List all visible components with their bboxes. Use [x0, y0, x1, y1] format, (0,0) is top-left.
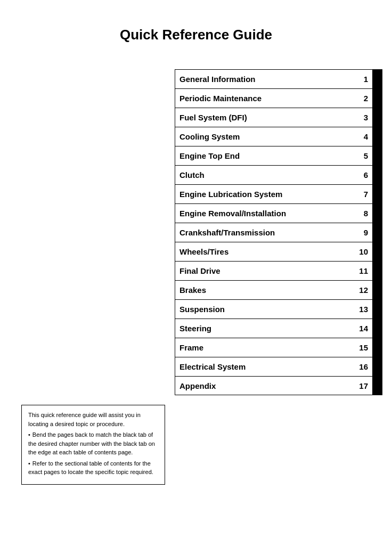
toc-row[interactable]: Engine Removal/Installation8: [175, 203, 382, 223]
toc-row[interactable]: Crankshaft/Transmission9: [175, 223, 382, 242]
toc-row[interactable]: Engine Top End5: [175, 146, 382, 165]
toc-tab: [372, 300, 382, 319]
toc-tab: [372, 319, 382, 338]
toc-row[interactable]: Steering14: [175, 319, 382, 338]
info-bullet-2: Refer to the sectional table of contents…: [28, 459, 158, 477]
toc-row[interactable]: General Information1: [175, 69, 382, 88]
toc-label: Fuel System (DFI): [175, 113, 356, 122]
toc-tab: [372, 338, 382, 357]
toc-number: 8: [356, 209, 372, 218]
toc-container: General Information1Periodic Maintenance…: [175, 69, 382, 395]
toc-number: 15: [356, 343, 372, 352]
info-box: This quick reference guide will assist y…: [21, 405, 165, 485]
toc-number: 16: [356, 362, 372, 371]
toc-number: 1: [356, 75, 372, 84]
toc-row[interactable]: Engine Lubrication System7: [175, 184, 382, 203]
toc-label: Clutch: [175, 170, 356, 179]
toc-row[interactable]: Cooling System4: [175, 127, 382, 146]
toc-tab: [372, 108, 382, 127]
toc-label: Engine Lubrication System: [175, 190, 356, 199]
toc-number: 13: [356, 305, 372, 314]
toc-tab: [372, 242, 382, 262]
info-intro: This quick reference guide will assist y…: [28, 411, 158, 428]
toc-label: Cooling System: [175, 132, 356, 141]
toc-label: Periodic Maintenance: [175, 94, 356, 103]
toc-row[interactable]: Frame15: [175, 338, 382, 357]
toc-label: Engine Top End: [175, 151, 356, 160]
toc-number: 17: [356, 381, 372, 390]
toc-number: 6: [356, 170, 372, 179]
toc-label: Brakes: [175, 285, 356, 295]
toc-tab: [372, 262, 382, 281]
toc-label: Frame: [175, 343, 356, 352]
toc-row[interactable]: Final Drive11: [175, 261, 382, 280]
toc-row[interactable]: Electrical System16: [175, 357, 382, 376]
toc-number: 14: [356, 324, 372, 333]
toc-label: Crankshaft/Transmission: [175, 228, 356, 237]
toc-row[interactable]: Brakes12: [175, 280, 382, 299]
toc-number: 5: [356, 151, 372, 160]
toc-tab: [372, 281, 382, 300]
toc-row[interactable]: Clutch6: [175, 165, 382, 184]
toc-number: 3: [356, 113, 372, 122]
toc-label: Wheels/Tires: [175, 247, 356, 256]
toc-tab: [372, 89, 382, 108]
toc-row[interactable]: Appendix17: [175, 376, 382, 395]
toc-label: Engine Removal/Installation: [175, 209, 356, 218]
toc-label: Suspension: [175, 305, 356, 314]
page-title: Quick Reference Guide: [0, 0, 392, 64]
toc-number: 9: [356, 228, 372, 237]
toc-label: Electrical System: [175, 362, 356, 371]
toc-label: Final Drive: [175, 266, 356, 275]
toc-number: 4: [356, 132, 372, 141]
toc-tab: [372, 376, 382, 395]
toc-tab: [372, 357, 382, 377]
toc-label: Appendix: [175, 381, 356, 390]
toc-tab: [372, 70, 382, 89]
toc-tab: [372, 223, 382, 242]
toc-row[interactable]: Wheels/Tires10: [175, 242, 382, 261]
toc-tab: [372, 166, 382, 185]
toc-row[interactable]: Periodic Maintenance2: [175, 88, 382, 108]
toc-label: Steering: [175, 324, 356, 333]
info-bullet-1: Bend the pages back to match the black t…: [28, 430, 158, 457]
toc-tab: [372, 185, 382, 204]
toc-row[interactable]: Suspension13: [175, 299, 382, 319]
toc-number: 12: [356, 285, 372, 295]
toc-label: General Information: [175, 75, 356, 84]
toc-number: 2: [356, 94, 372, 103]
toc-row[interactable]: Fuel System (DFI)3: [175, 108, 382, 127]
toc-number: 7: [356, 190, 372, 199]
toc-tab: [372, 204, 382, 223]
toc-tab: [372, 146, 382, 166]
toc-tab: [372, 127, 382, 146]
toc-number: 10: [356, 247, 372, 256]
toc-number: 11: [356, 266, 372, 275]
